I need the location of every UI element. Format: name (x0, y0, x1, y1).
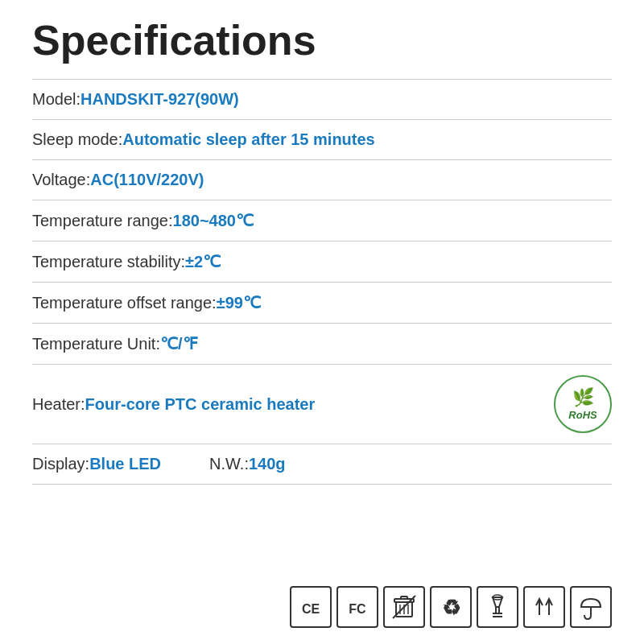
spec-value-temp-range: 180~480℃ (173, 211, 254, 230)
spec-row-display: Display: Blue LED N.W.: 140g (32, 444, 612, 485)
spec-label-model: Model: (32, 90, 80, 109)
ce-icon: CE (296, 592, 325, 621)
page-container: Specifications Model: HANDSKIT-927(90W) … (0, 0, 644, 644)
recycle-icon: ♻ (436, 592, 465, 621)
svg-text:♻: ♻ (442, 596, 460, 620)
page-title: Specifications (32, 16, 612, 71)
spec-value-nw: 140g (249, 455, 286, 473)
rohs-badge-container: 🌿 RoHS (554, 375, 612, 433)
spec-label-voltage: Voltage: (32, 171, 90, 189)
rohs-leaf-icon: 🌿 (572, 387, 594, 408)
upright-icon (530, 592, 559, 621)
spec-row-voltage: Voltage: AC(110V/220V) (32, 160, 612, 200)
spec-row-model: Model: HANDSKIT-927(90W) (32, 79, 612, 120)
cert-badge-recycle: ♻ (430, 586, 472, 628)
spec-value-temp-offset: ±99℃ (217, 293, 261, 312)
svg-rect-4 (401, 597, 407, 599)
rohs-badge: 🌿 RoHS (554, 375, 612, 433)
spec-row-heater: Heater: Four-core PTC ceramic heater 🌿 R… (32, 365, 612, 444)
certifications-row: CE FC (32, 570, 612, 628)
spec-label-temp-offset: Temperature offset range: (32, 294, 217, 312)
spec-label-heater: Heater: (32, 395, 85, 414)
svg-text:CE: CE (302, 602, 320, 616)
specs-table: Model: HANDSKIT-927(90W) Sleep mode: Aut… (32, 79, 612, 570)
spec-row-temp-range: Temperature range: 180~480℃ (32, 200, 612, 242)
spec-row-temp-unit: Temperature Unit: ℃/℉ (32, 324, 612, 365)
umbrella-icon (576, 592, 605, 621)
spec-value-display: Blue LED (89, 455, 161, 473)
cert-badge-weee (383, 586, 425, 628)
spec-row-sleep: Sleep mode: Automatic sleep after 15 min… (32, 120, 612, 160)
svg-text:FC: FC (349, 602, 366, 616)
spec-label-temp-stability: Temperature stability: (32, 253, 185, 271)
rohs-text: RoHS (568, 409, 597, 421)
cert-badge-fragile (477, 586, 518, 628)
spec-label-display: Display: (32, 455, 89, 473)
fc-icon: FC (343, 592, 372, 621)
spec-label-temp-range: Temperature range: (32, 212, 173, 230)
spec-value-heater: Four-core PTC ceramic heater (85, 395, 316, 414)
spec-row-temp-stability: Temperature stability: ±2℃ (32, 242, 612, 283)
cert-badge-umbrella (570, 586, 612, 628)
spec-row-temp-offset: Temperature offset range: ±99℃ (32, 283, 612, 324)
cert-badge-upright (523, 586, 565, 628)
spec-value-voltage: AC(110V/220V) (90, 171, 204, 189)
cert-badge-ce: CE (290, 586, 332, 628)
spec-label-nw: N.W.: (209, 455, 249, 473)
fragile-icon (483, 592, 512, 621)
nw-section: N.W.: 140g (209, 455, 285, 473)
spec-label-temp-unit: Temperature Unit: (32, 335, 160, 353)
spec-value-model: HANDSKIT-927(90W) (80, 90, 239, 109)
spec-value-temp-unit: ℃/℉ (160, 334, 198, 353)
spec-value-temp-stability: ±2℃ (185, 252, 221, 271)
cert-badge-fc: FC (336, 586, 378, 628)
weee-icon (390, 592, 419, 621)
spec-label-sleep: Sleep mode: (32, 130, 122, 149)
spec-value-sleep: Automatic sleep after 15 minutes (122, 130, 374, 149)
